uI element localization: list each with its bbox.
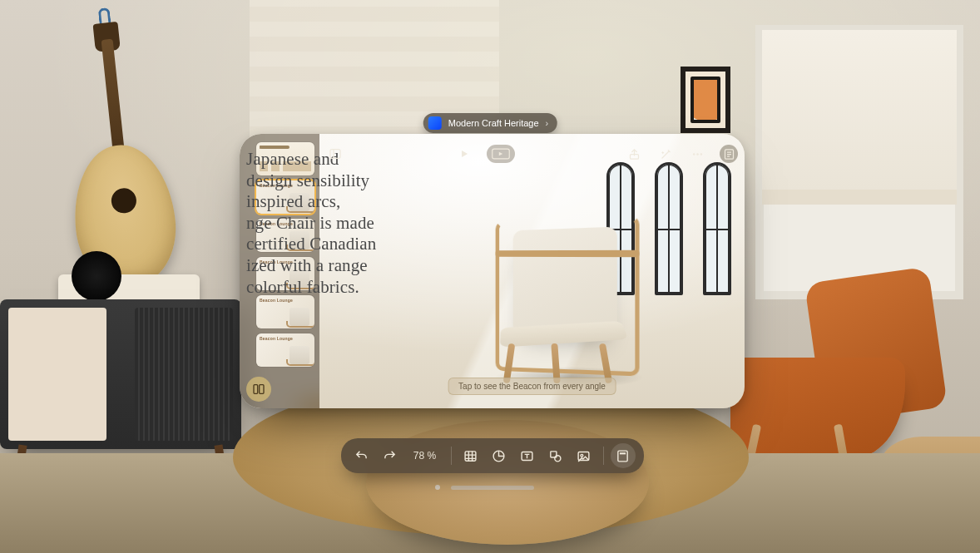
guitar-prop: [32, 22, 201, 302]
more-icon: [691, 148, 704, 160]
sidebar-toggle-button[interactable]: [326, 145, 344, 163]
navigator-view-button[interactable]: [246, 377, 271, 402]
share-icon: [628, 148, 641, 160]
play-icon: [458, 148, 470, 160]
svg-rect-17: [620, 452, 626, 454]
window-shade: [762, 30, 957, 205]
beacon-chair-3d[interactable]: [478, 192, 652, 383]
zoom-level[interactable]: 78 %: [406, 450, 444, 462]
record-console: [0, 299, 241, 449]
svg-rect-16: [618, 451, 627, 462]
svg-point-7: [700, 153, 702, 156]
toolbar-separator: [451, 447, 452, 465]
canvas-top-toolbar: [326, 142, 738, 165]
format-panel-button[interactable]: [611, 443, 636, 468]
zoom-label: 78 %: [413, 450, 436, 462]
insert-media-icon: [577, 449, 591, 463]
insert-shape-icon: [548, 449, 562, 463]
more-button[interactable]: [688, 145, 706, 163]
redo-button[interactable]: [378, 443, 403, 468]
svg-point-6: [696, 153, 699, 156]
slide-window-prop: [655, 162, 683, 295]
animate-button[interactable]: [656, 145, 675, 163]
keynote-window: 8 Product Line 9 Beacon Lounge 10 Beacon…: [240, 134, 745, 408]
present-window-icon: [492, 148, 510, 160]
window-close-dot[interactable]: [435, 485, 440, 490]
svg-rect-1: [260, 385, 264, 394]
sidebar-toggle-icon: [329, 147, 342, 160]
navigator-view-icon: [252, 383, 265, 396]
window-move-handle[interactable]: [451, 486, 534, 490]
svg-point-15: [581, 454, 583, 457]
magic-wand-icon: [660, 148, 672, 160]
insert-shape-button[interactable]: [543, 443, 568, 468]
insert-table-button[interactable]: [458, 443, 483, 468]
slide-thumb-label: Beacon Lounge: [260, 298, 293, 303]
play-button[interactable]: [455, 145, 473, 163]
redo-icon: [383, 449, 397, 463]
slide-window-prop: [703, 162, 731, 295]
slide-thumb-label: Beacon Lounge: [260, 336, 293, 341]
window-title-pill[interactable]: Modern Craft Heritage ›: [423, 113, 557, 133]
insert-chart-icon: [492, 449, 506, 463]
keynote-app-icon: [428, 116, 442, 130]
insert-chart-button[interactable]: [487, 443, 512, 468]
wall-art: [681, 67, 730, 133]
text-line: design sensibility: [246, 170, 562, 192]
insert-table-icon: [463, 449, 478, 463]
share-button[interactable]: [625, 145, 643, 163]
insert-text-icon: [520, 449, 534, 463]
svg-rect-9: [465, 451, 476, 460]
document-title: Modern Craft Heritage: [448, 118, 539, 128]
insert-media-button[interactable]: [572, 443, 596, 468]
toolbar-separator: [603, 447, 604, 465]
slide-canvas[interactable]: Japanese and design sensibility inspired…: [319, 134, 745, 408]
svg-point-13: [555, 455, 561, 461]
svg-point-5: [692, 153, 695, 156]
tap-hint-label: Tap to see the Beacon from every angle: [458, 382, 606, 391]
slide-thumbnail[interactable]: 13 Beacon Lounge: [256, 333, 314, 367]
format-panel-icon: [616, 449, 630, 463]
chevron-right-icon: ›: [546, 118, 549, 128]
inspector-button[interactable]: [720, 145, 738, 163]
svg-rect-2: [330, 150, 340, 159]
insert-text-button[interactable]: [515, 443, 540, 468]
svg-rect-0: [254, 385, 258, 394]
bottom-toolbar: 78 %: [341, 438, 644, 473]
inspector-icon: [723, 148, 735, 160]
undo-button[interactable]: [349, 443, 374, 468]
undo-icon: [354, 449, 369, 463]
present-in-window-button[interactable]: [487, 145, 515, 163]
slide-thumbnail[interactable]: 12 Beacon Lounge: [256, 295, 314, 328]
tap-hint[interactable]: Tap to see the Beacon from every angle: [448, 378, 616, 395]
